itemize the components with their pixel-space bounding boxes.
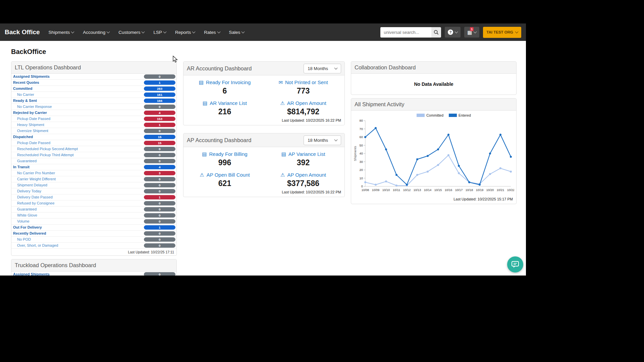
ops-row-label[interactable]: No Carrier (13, 93, 34, 97)
svg-text:10/10: 10/10 (382, 188, 390, 192)
ops-row[interactable]: Shipment Delayed0 (11, 182, 176, 188)
nav-item-label: Customers (118, 30, 140, 35)
count-badge: 0 (144, 231, 175, 236)
chevron-down-icon (474, 30, 477, 33)
ops-row[interactable]: Volume0 (11, 219, 176, 225)
ops-row[interactable]: Heavy Shipment1 (11, 122, 176, 128)
nav-item-sales[interactable]: Sales (229, 30, 245, 35)
ar-period-select[interactable]: 18 Months (304, 64, 341, 73)
nav-item-lsp[interactable]: LSP (153, 30, 166, 35)
nav-item-accounting[interactable]: Accounting (83, 30, 109, 35)
activity-card-title: All Shipment Activity (351, 99, 516, 111)
ops-row[interactable]: Assigned Shipments0 (11, 272, 176, 276)
ops-row-label[interactable]: Rescheduled Pickup Second Attempt (13, 147, 78, 151)
metric-link-ap-variance-list[interactable]: ▤AP Variance List (281, 151, 325, 157)
ops-row[interactable]: Recent Quotes1 (11, 80, 176, 86)
ops-row[interactable]: Delivery Date Passed1 (11, 194, 176, 200)
list-icon: ▤ (281, 152, 286, 157)
no-data-message: No Data Available (351, 74, 516, 95)
ops-row-label[interactable]: Ready & Sent (13, 99, 37, 103)
ops-row-label[interactable]: Out For Delivery (13, 226, 42, 229)
metric-link-ap-open-bill-count[interactable]: ⚠AP Open Bill Count (200, 172, 250, 178)
metric-label: Ready For Invoicing (206, 79, 251, 85)
ops-row[interactable]: Pickup Date Passed153 (11, 116, 176, 122)
nav-item-customers[interactable]: Customers (118, 30, 144, 35)
ops-row-label[interactable]: No POD (13, 238, 31, 241)
ops-row[interactable]: No Carrier Pro Number3 (11, 170, 176, 176)
ops-row[interactable]: No POD0 (11, 237, 176, 243)
metric-link-ready-for-invoicing[interactable]: ▤Ready For Invoicing (199, 79, 251, 85)
svg-text:10/15: 10/15 (434, 188, 442, 192)
ops-row[interactable]: Recently Delivered0 (11, 231, 176, 237)
ops-row[interactable]: Refused by Consignee0 (11, 200, 176, 206)
metric-link-ar-variance-list[interactable]: ▤AR Variance List (203, 100, 247, 106)
brand-logo[interactable]: Back Office (5, 28, 40, 36)
nav-item-shipments[interactable]: Shipments (49, 30, 74, 35)
ops-row[interactable]: Dispatched15 (11, 134, 176, 140)
ops-row-label[interactable]: No Carrier Pro Number (13, 171, 55, 175)
ops-row-label[interactable]: Volume (13, 220, 30, 223)
ops-row-label[interactable]: Dispatched (13, 135, 33, 139)
search-input[interactable] (380, 27, 431, 38)
ops-row-label[interactable]: Pickup Date Passed (13, 141, 50, 145)
ap-period-select[interactable]: 18 Months (304, 135, 341, 145)
ops-row[interactable]: Ready & Sent166 (11, 98, 176, 104)
org-menu-button[interactable]: TAI TEST ORG (483, 27, 521, 38)
ops-row-label[interactable]: Rescheduled Pickup Third Attempt (13, 153, 74, 157)
ops-row[interactable]: Rescheduled Pickup Third Attempt0 (11, 152, 176, 158)
ops-row[interactable]: Carrier Weight Different0 (11, 176, 176, 182)
ops-row[interactable]: Oversize Shipment0 (11, 128, 176, 134)
metric-link-ap-open-amount[interactable]: ⚠AP Open Amount (280, 172, 326, 178)
ops-row[interactable]: Pickup Date Passed15 (11, 140, 176, 146)
help-menu-button[interactable]: ? (445, 27, 461, 38)
metric-value: 392 (264, 158, 342, 167)
ops-row[interactable]: In Transit4 (11, 164, 176, 170)
ops-row-label[interactable]: Shipment Delayed (13, 183, 47, 187)
metric-value: 773 (264, 86, 342, 96)
ops-row-label[interactable]: Assigned Shipments (13, 273, 50, 276)
ops-row-label[interactable]: In Transit (13, 165, 30, 169)
ops-row-label[interactable]: Recent Quotes (13, 81, 39, 84)
ops-row-label[interactable]: Recently Delivered (13, 232, 46, 235)
ops-row[interactable]: Guaranteed0 (11, 206, 176, 213)
ops-row[interactable]: No Carrier Response0 (11, 104, 176, 110)
ops-row-label[interactable]: Pickup Date Passed (13, 117, 50, 121)
ops-row-label[interactable]: White Glove (13, 214, 37, 217)
ops-row-label[interactable]: Rejected by Carrier (13, 111, 47, 115)
ops-row-label[interactable]: No Carrier Response (13, 105, 52, 109)
search-button[interactable] (431, 27, 441, 38)
ops-row[interactable]: Rejected by Carrier4 (11, 110, 176, 116)
ops-row[interactable]: White Glove0 (11, 213, 176, 219)
metric: ▤Ready For Billing996 (185, 151, 264, 167)
chat-fab-button[interactable] (507, 256, 523, 273)
ops-row-label[interactable]: Committed (13, 87, 32, 90)
count-badge: 0 (144, 105, 175, 109)
ops-row[interactable]: Out For Delivery1 (11, 225, 176, 231)
ops-row-label[interactable]: Delivery Today (13, 189, 41, 193)
ops-row-label[interactable]: Guaranteed (13, 159, 37, 163)
svg-text:70: 70 (359, 127, 363, 131)
ops-row[interactable]: Guaranteed0 (11, 158, 176, 164)
ops-row-label[interactable]: Assigned Shipments (13, 75, 50, 78)
ops-row-label[interactable]: Carrier Weight Different (13, 177, 56, 181)
metric-link-ar-open-amount[interactable]: ⚠AR Open Amount (280, 100, 326, 106)
ops-row-label[interactable]: Delivery Date Passed (13, 195, 53, 199)
ops-row[interactable]: Delivery Today0 (11, 188, 176, 194)
metric: ⚠AP Open Bill Count621 (185, 172, 264, 188)
apps-menu-button[interactable]: ▦ 1 (464, 27, 479, 38)
ops-row[interactable]: Rescheduled Pickup Second Attempt0 (11, 146, 176, 152)
ops-row[interactable]: Over, Short, or Damaged0 (11, 243, 176, 249)
ops-row[interactable]: No Carrier161 (11, 92, 176, 98)
nav-item-reports[interactable]: Reports (175, 30, 195, 35)
metric-link-ready-for-billing[interactable]: ▤Ready For Billing (202, 151, 247, 157)
ops-row-label[interactable]: Heavy Shipment (13, 123, 44, 127)
ops-row-label[interactable]: Guaranteed (13, 207, 37, 211)
ops-row-label[interactable]: Over, Short, or Damaged (13, 244, 58, 247)
ops-row[interactable]: Assigned Shipments0 (11, 74, 176, 80)
ar-accounting-card: AR Accounting Dashboard 18 Months ▤Ready… (183, 61, 345, 125)
ops-row-label[interactable]: Oversize Shipment (13, 129, 48, 133)
metric-link-not-printed-or-sent[interactable]: ✉Not Printed or Sent (278, 79, 328, 85)
nav-item-rates[interactable]: Rates (204, 30, 220, 35)
ops-row-label[interactable]: Refused by Consignee (13, 201, 54, 205)
ops-row[interactable]: Committed283 (11, 86, 176, 92)
